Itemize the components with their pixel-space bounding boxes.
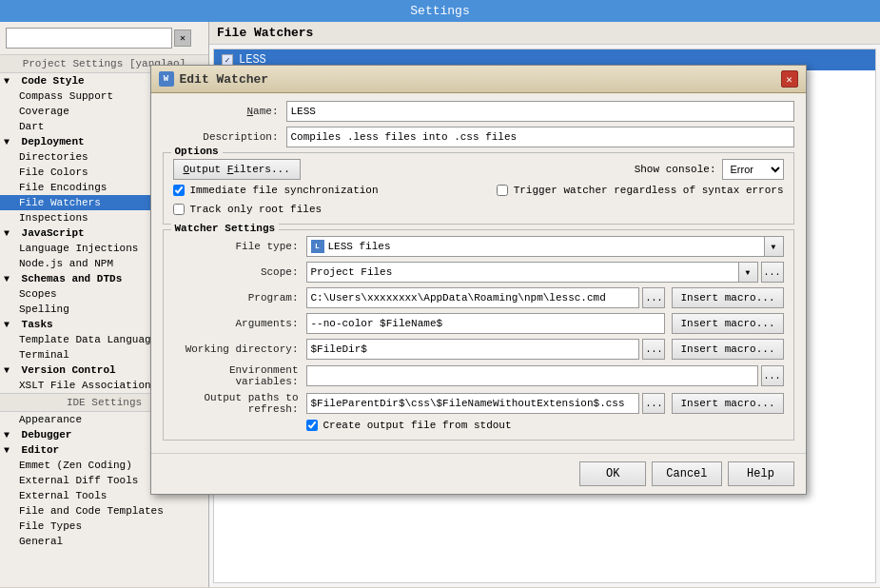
create-output-row: Create output file from stdout [173,420,784,431]
show-console-right: Show console: Error Always Never [635,159,784,180]
help-button[interactable]: Help [728,461,794,486]
file-type-label: File type: [173,241,306,252]
ok-button[interactable]: OK [579,461,646,486]
env-vars-input-wrapper: ... [306,365,784,386]
output-paths-insert-macro-button[interactable]: Insert macro... [672,393,783,414]
less-file-icon: L [311,240,324,253]
working-dir-browse-button[interactable]: ... [642,339,665,360]
scope-dropdown-arrow[interactable]: ▼ [739,262,758,283]
watcher-settings-legend: Watcher Settings [171,223,280,234]
program-input[interactable] [306,287,640,308]
arguments-label: Arguments: [173,318,306,329]
arguments-insert-macro-button[interactable]: Insert macro... [672,313,783,334]
output-paths-input[interactable] [306,393,640,414]
dialog-close-button[interactable]: ✕ [781,70,798,88]
options-legend: Options [171,146,223,157]
trigger-watcher-checkbox[interactable] [497,185,508,196]
env-vars-label: Environment variables: [173,364,306,387]
name-label: Name: [163,106,286,117]
trigger-watcher-row: Trigger watcher regardless of syntax err… [497,185,784,196]
edit-watcher-dialog: W Edit Watcher ✕ Name: Description: Opti… [150,65,807,495]
trigger-watcher-label: Trigger watcher regardless of syntax err… [514,185,784,196]
dialog-footer: OK Cancel Help [151,453,806,494]
scope-label: Scope: [173,266,306,278]
file-type-select[interactable]: L LESS files [306,236,765,257]
arguments-input[interactable] [306,313,666,334]
env-vars-browse-button[interactable]: ... [761,365,784,386]
file-type-row: File type: L LESS files ▼ [173,236,784,257]
scope-value: Project Files [311,266,393,278]
description-row: Description: [163,127,794,147]
description-input[interactable] [286,127,794,147]
program-browse-button[interactable]: ... [642,287,665,308]
options-row2: Immediate file synchronization Trigger w… [173,185,784,199]
create-output-label: Create output file from stdout [323,420,512,431]
scope-select[interactable]: Project Files [306,262,739,283]
program-label: Program: [173,292,306,304]
env-vars-row: Environment variables: ... [173,364,784,387]
dialog-overlay: W Edit Watcher ✕ Name: Description: Opti… [0,0,880,588]
arguments-input-wrapper: Insert macro... [306,313,784,334]
env-vars-input[interactable] [306,365,758,386]
show-console-label: Show console: [635,164,716,175]
create-output-checkbox[interactable] [306,420,318,431]
program-row: Program: ... Insert macro... [173,287,784,308]
track-root-checkbox[interactable] [173,204,185,215]
track-root-label: Track only root files [190,204,323,215]
file-type-select-wrapper: L LESS files ▼ [306,236,784,257]
arguments-row: Arguments: Insert macro... [173,313,784,334]
title-left: W Edit Watcher [159,71,269,87]
working-dir-input[interactable] [306,339,640,360]
output-paths-browse-button[interactable]: ... [642,393,665,414]
file-type-value: LESS files [328,241,391,252]
options-row1: Output Filters... Show console: Error Al… [173,159,784,180]
scope-row: Scope: Project Files ▼ ... [173,262,784,283]
file-type-dropdown-arrow[interactable]: ▼ [765,236,784,257]
dialog-body: Name: Description: Options Output Filter… [151,93,806,453]
program-input-wrapper: ... Insert macro... [306,287,784,308]
immediate-sync-checkbox[interactable] [173,185,185,196]
name-input[interactable] [286,101,794,122]
working-dir-label: Working directory: [173,343,306,355]
output-paths-input-wrapper: ... Insert macro... [306,393,784,414]
scope-browse-button[interactable]: ... [761,262,784,283]
working-dir-insert-macro-button[interactable]: Insert macro... [672,339,783,360]
program-insert-macro-button[interactable]: Insert macro... [672,287,783,308]
options-group: Options Output Filters... Show console: … [163,152,794,225]
dialog-title-bar: W Edit Watcher ✕ [151,66,806,93]
options-left: Output Filters... [173,159,301,180]
output-filters-button[interactable]: Output Filters... [173,159,301,180]
scope-select-wrapper: Project Files ▼ [306,262,758,283]
description-label: Description: [163,131,286,143]
working-dir-row: Working directory: ... Insert macro... [173,339,784,360]
output-paths-row: Output paths to refresh: ... Insert macr… [173,392,784,415]
scope-input-wrapper: Project Files ▼ ... [306,262,784,283]
dialog-title: Edit Watcher [180,72,269,87]
output-paths-label: Output paths to refresh: [173,392,306,415]
track-root-row: Track only root files [173,204,784,215]
watcher-settings-group: Watcher Settings File type: L LESS files… [163,229,794,441]
working-dir-input-wrapper: ... Insert macro... [306,339,784,360]
immediate-sync-label: Immediate file synchronization [190,185,379,196]
name-row: Name: [163,101,794,122]
ws-logo-icon: W [159,71,174,87]
cancel-button[interactable]: Cancel [652,461,721,486]
show-console-select[interactable]: Error Always Never [722,159,784,180]
immediate-sync-row: Immediate file synchronization [173,185,379,196]
